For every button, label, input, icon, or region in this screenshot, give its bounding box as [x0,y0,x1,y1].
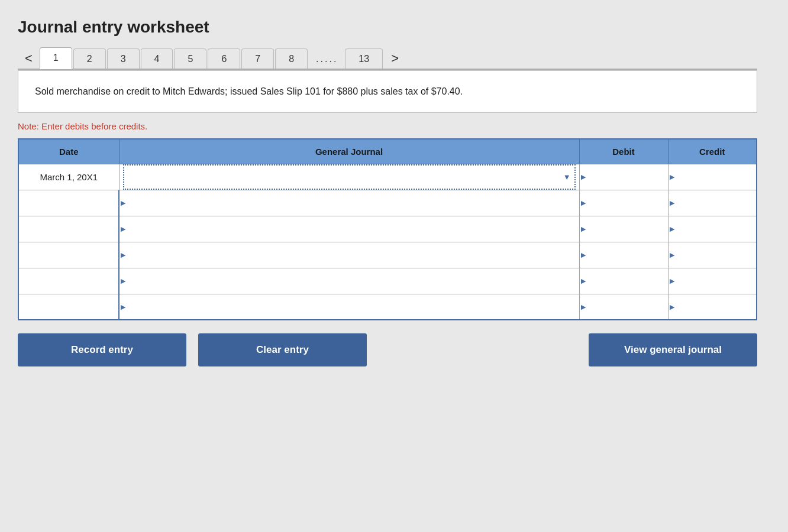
row3-credit-input[interactable] [684,216,753,242]
row2-journal-input[interactable] [123,190,530,216]
row5-journal-cell[interactable]: ▶ [119,268,579,294]
row2-credit-cell[interactable]: ▶ [668,190,757,216]
table-row: ▶ ▶ ▶ [18,190,757,216]
row4-debit-cell[interactable]: ▶ [579,242,668,268]
row1-date: March 1, 20X1 [18,164,119,190]
description-box: Sold merchandise on credit to Mitch Edwa… [18,70,757,113]
buttons-row: Record entry Clear entry View general jo… [18,333,757,366]
tab-4[interactable]: 4 [141,48,173,69]
row4-credit-cell[interactable]: ▶ [668,242,757,268]
row2-journal-arrow: ▶ [121,199,125,207]
row3-credit-cell[interactable]: ▶ [668,216,757,242]
tab-1[interactable]: 1 [40,47,72,69]
tab-6[interactable]: 6 [208,48,240,69]
note-text: Note: Enter debits before credits. [18,121,770,131]
row3-debit-input[interactable] [595,216,664,242]
row6-credit-cell[interactable]: ▶ [668,294,757,320]
table-row: March 1, 20X1 ▼ ▶ ▶ [18,164,757,190]
row6-debit-arrow: ▶ [581,303,586,310]
row1-journal-cell[interactable]: ▼ [119,164,579,190]
row5-credit-arrow: ▶ [670,277,674,285]
row2-credit-input[interactable] [684,190,753,216]
row6-journal-arrow: ▶ [121,303,125,310]
row2-debit-input[interactable] [595,190,664,216]
row1-credit-input[interactable] [684,164,753,190]
tab-3[interactable]: 3 [107,48,140,69]
row5-debit-arrow: ▶ [581,277,586,285]
row4-credit-input[interactable] [684,242,753,268]
view-general-journal-button[interactable]: View general journal [589,333,757,366]
row3-date [18,216,119,242]
row6-debit-input[interactable] [595,294,664,320]
row3-credit-arrow: ▶ [670,225,674,233]
row6-journal-cell[interactable]: ▶ [119,294,579,320]
row1-dropdown-arrow[interactable]: ▼ [563,173,571,181]
table-row: ▶ ▶ ▶ [18,268,757,294]
row3-journal-arrow: ▶ [121,225,125,233]
tab-13[interactable]: 13 [345,48,383,69]
tab-7[interactable]: 7 [241,48,274,69]
table-row: ▶ ▶ ▶ [18,242,757,268]
tab-next-arrow[interactable]: > [384,48,406,69]
row4-debit-arrow: ▶ [581,251,586,259]
tab-prev-arrow[interactable]: < [18,48,40,69]
row6-journal-input[interactable] [123,294,530,320]
tab-divider [18,69,757,70]
row4-journal-input[interactable] [123,242,530,268]
row2-debit-arrow: ▶ [581,199,586,207]
row1-debit-arrow: ▶ [581,173,586,181]
header-debit: Debit [579,139,668,164]
row6-date [18,294,119,320]
row1-credit-cell[interactable]: ▶ [668,164,757,190]
tab-2[interactable]: 2 [73,48,106,69]
tab-8[interactable]: 8 [275,48,308,69]
row6-debit-cell[interactable]: ▶ [579,294,668,320]
row5-date [18,268,119,294]
row1-journal-input-wrapper[interactable]: ▼ [123,164,576,190]
tab-5[interactable]: 5 [174,48,206,69]
row3-debit-arrow: ▶ [581,225,586,233]
row1-debit-cell[interactable]: ▶ [579,164,668,190]
record-entry-button[interactable]: Record entry [18,333,186,366]
row6-credit-input[interactable] [684,294,753,320]
description-text: Sold merchandise on credit to Mitch Edwa… [35,84,740,99]
table-row: ▶ ▶ ▶ [18,216,757,242]
journal-table: Date General Journal Debit Credit March … [18,138,757,321]
header-general-journal: General Journal [119,139,579,164]
row5-credit-cell[interactable]: ▶ [668,268,757,294]
row3-journal-input[interactable] [123,216,530,242]
row5-credit-input[interactable] [684,268,753,294]
row4-journal-cell[interactable]: ▶ [119,242,579,268]
row5-debit-cell[interactable]: ▶ [579,268,668,294]
row3-journal-cell[interactable]: ▶ [119,216,579,242]
tab-navigation: < 1 2 3 4 5 6 7 8 ..... 13 > [18,47,770,69]
row5-journal-input[interactable] [123,268,530,294]
row4-debit-input[interactable] [595,242,664,268]
row2-date [18,190,119,216]
tab-ellipsis: ..... [309,49,345,69]
row5-debit-input[interactable] [595,268,664,294]
row1-debit-input[interactable] [595,164,664,190]
table-row: ▶ ▶ ▶ [18,294,757,320]
row4-journal-arrow: ▶ [121,251,125,259]
row5-journal-arrow: ▶ [121,277,125,285]
row6-credit-arrow: ▶ [670,303,674,310]
row1-journal-input[interactable] [124,166,529,189]
page-title: Journal entry worksheet [18,18,770,37]
row3-debit-cell[interactable]: ▶ [579,216,668,242]
row4-credit-arrow: ▶ [670,251,674,259]
row2-journal-cell[interactable]: ▶ [119,190,579,216]
row1-credit-arrow: ▶ [670,173,674,181]
header-credit: Credit [668,139,757,164]
row2-credit-arrow: ▶ [670,199,674,207]
clear-entry-button[interactable]: Clear entry [198,333,367,366]
row4-date [18,242,119,268]
row2-debit-cell[interactable]: ▶ [579,190,668,216]
header-date: Date [18,139,119,164]
